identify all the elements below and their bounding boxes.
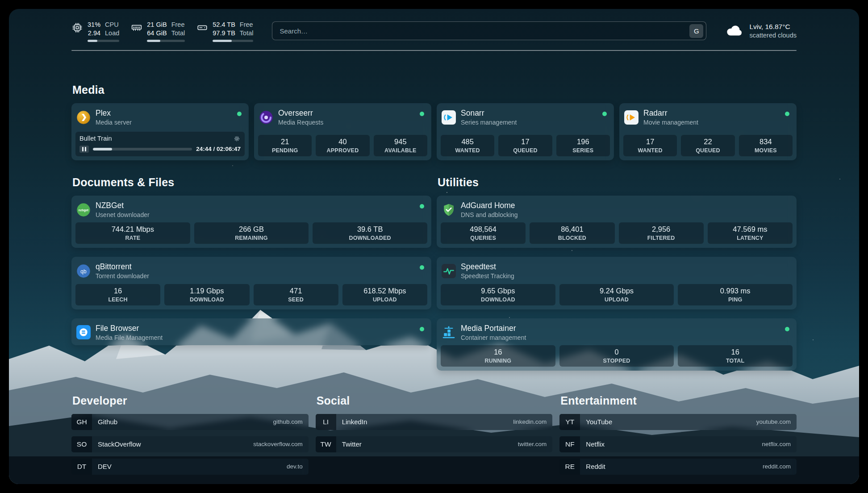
memory-total-value: 64 GiB [147, 29, 167, 38]
bookmark-name: DEV [98, 463, 112, 470]
bookmark-name: Github [98, 418, 117, 426]
bookmark-url: linkedin.com [513, 418, 547, 425]
cpu-progress-bar [88, 40, 119, 42]
media-heading: Media [72, 83, 797, 97]
qbittorrent-card[interactable]: qb qBittorrent Torrent downloader 16 LEE… [71, 257, 431, 309]
now-playing-title: Bullet Train [79, 135, 112, 142]
bookmark-abbr: YT [559, 414, 580, 430]
search-bar[interactable]: G [272, 21, 706, 40]
weather-condition: scattered clouds [749, 31, 797, 40]
stat-upload: 618.52 Mbps UPLOAD [342, 284, 427, 305]
bookmark-abbr: GH [71, 414, 92, 430]
stat-label: AVAILABLE [376, 147, 426, 154]
filebrowser-card[interactable]: File Browser Media File Management [71, 318, 431, 346]
bookmark-linkedin[interactable]: LI LinkedIn linkedin.com [316, 414, 553, 430]
stat-label: PING [680, 297, 791, 303]
service-description: Speedtest Tracking [461, 272, 514, 280]
weather-widget: Lviv, 16.87°C scattered clouds [725, 21, 797, 40]
stat-value: 16 [680, 347, 791, 357]
stat-label: DOWNLOADED [314, 235, 426, 242]
stat-value: 618.52 Mbps [344, 286, 426, 296]
search-input[interactable] [279, 27, 689, 35]
portainer-card[interactable]: Media Portainer Container management 16 … [437, 318, 797, 371]
service-name: Overseerr [278, 109, 323, 118]
section-social: Social LI LinkedIn linkedin.com TW Twitt… [316, 394, 553, 475]
stat-movies: 834 MOVIES [739, 135, 793, 156]
speedtest-icon [442, 264, 456, 278]
playback-progress-bar[interactable] [93, 148, 192, 150]
stat-value: 834 [741, 137, 791, 146]
stat-running: 16 RUNNING [441, 345, 555, 367]
service-name: NZBGet [96, 201, 150, 210]
svg-text:qb: qb [80, 268, 87, 275]
weather-location: Lviv, 16.87°C [749, 22, 797, 31]
developer-heading: Developer [72, 394, 309, 408]
stat-wanted: 17 WANTED [623, 135, 677, 156]
service-description: Media Requests [278, 119, 323, 126]
bookmark-abbr: NF [559, 436, 580, 452]
nzbget-card[interactable]: nzbget NZBGet Usenet downloader 744.21 M… [71, 196, 431, 248]
disk-total-value: 97.9 TB [213, 29, 235, 38]
bookmark-youtube[interactable]: YT YouTube youtube.com [559, 414, 797, 430]
cpu-load-value: 2.94 [88, 29, 100, 38]
sonarr-icon [442, 110, 456, 125]
stat-value: 945 [376, 137, 426, 146]
bookmark-url: twitter.com [518, 441, 547, 447]
section-entertainment: Entertainment YT YouTube youtube.com NF … [559, 394, 797, 475]
stat-remaining: 266 GB REMAINING [194, 222, 309, 244]
search-provider-button[interactable]: G [689, 24, 703, 38]
bookmark-name: StackOverflow [98, 440, 141, 448]
stat-value: 266 GB [196, 225, 307, 234]
bookmark-reddit[interactable]: RE Reddit reddit.com [559, 459, 797, 475]
stat-value: 0 [561, 347, 672, 357]
gear-icon[interactable] [233, 135, 241, 142]
stat-value: 17 [625, 137, 675, 146]
stat-label: PENDING [260, 147, 310, 154]
documents-heading: Documents & Files [72, 175, 431, 189]
stat-label: DOWNLOAD [166, 297, 247, 303]
overseerr-card[interactable]: Overseerr Media Requests 21 PENDING 40 A… [254, 103, 431, 160]
stat-label: LATENCY [709, 235, 791, 242]
stat-value: 2,956 [621, 225, 702, 234]
stat-label: MOVIES [741, 147, 791, 154]
section-utilities: Utilities AdGuard Home [437, 175, 797, 371]
stat-latency: 47.569 ms LATENCY [708, 222, 793, 244]
top-bar: 31% 2.94 CPU Load [71, 9, 797, 42]
stat-value: 0.993 ms [680, 286, 791, 296]
stat-label: DOWNLOAD [442, 297, 554, 303]
plex-icon [76, 110, 91, 125]
stat-label: RUNNING [442, 358, 554, 364]
plex-now-playing: Bullet Train [75, 132, 245, 156]
disk-progress-bar [213, 40, 253, 42]
stat-ping: 0.993 ms PING [678, 284, 793, 305]
stat-label: APPROVED [317, 147, 367, 154]
adguard-card[interactable]: AdGuard Home DNS and adblocking 498,564 … [437, 196, 797, 248]
stat-label: TOTAL [680, 358, 791, 364]
memory-free-value: 21 GiB [147, 21, 167, 29]
bookmark-netflix[interactable]: NF Netflix netflix.com [559, 436, 797, 452]
stat-label: REMAINING [196, 235, 307, 242]
bookmark-dev[interactable]: DT DEV dev.to [71, 459, 309, 475]
stat-blocked: 86,401 BLOCKED [530, 222, 614, 244]
stat-label: SEED [255, 297, 337, 303]
stat-value: 471 [255, 286, 337, 296]
bookmark-abbr: SO [71, 436, 92, 452]
stat-queued: 17 QUEUED [498, 135, 552, 156]
stat-value: 196 [558, 137, 608, 146]
resource-widgets: 31% 2.94 CPU Load [71, 21, 253, 42]
speedtest-card[interactable]: Speedtest Speedtest Tracking 9.65 Gbps D… [437, 257, 797, 309]
bookmark-github[interactable]: GH Github github.com [71, 414, 309, 430]
cpu-icon [71, 22, 83, 33]
bookmark-stackoverflow[interactable]: SO StackOverflow stackoverflow.com [71, 436, 309, 452]
status-dot [602, 112, 607, 116]
sonarr-card[interactable]: Sonarr Series management 485 WANTED 17 Q… [437, 103, 614, 160]
radarr-card[interactable]: Radarr Movie management 17 WANTED 22 QUE… [619, 103, 797, 160]
stat-label: BLOCKED [531, 235, 613, 242]
stat-leech: 16 LEECH [75, 284, 160, 305]
disk-free-value: 52.4 TB [213, 21, 235, 29]
bookmark-twitter[interactable]: TW Twitter twitter.com [316, 436, 553, 452]
bookmark-name: LinkedIn [342, 418, 367, 426]
plex-card[interactable]: Plex Media server Bullet Train [71, 103, 249, 160]
stat-pending: 21 PENDING [258, 135, 312, 156]
pause-icon[interactable] [79, 146, 89, 153]
